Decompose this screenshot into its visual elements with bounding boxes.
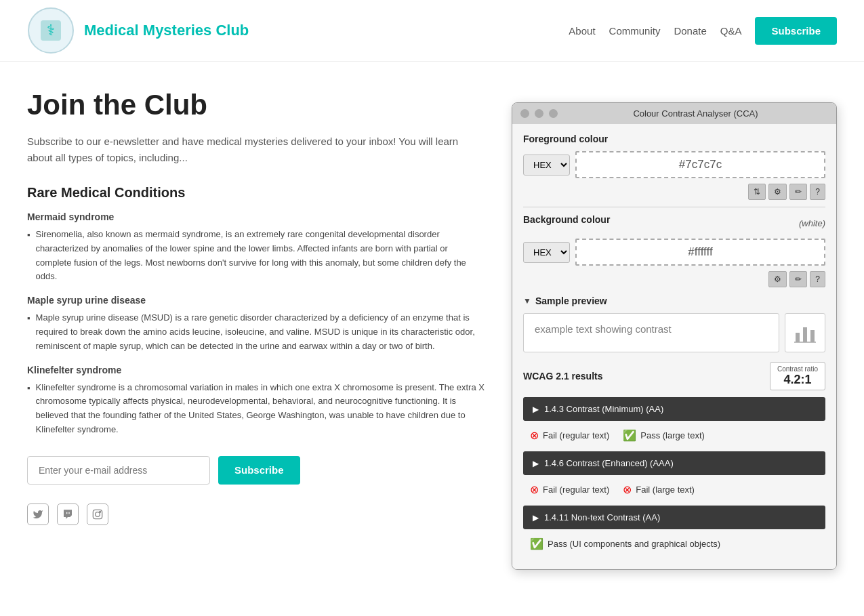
- condition-title-1: Maple syrup urine disease: [27, 295, 485, 306]
- nav-about[interactable]: About: [569, 25, 595, 37]
- svg-rect-6: [796, 333, 800, 342]
- email-form: Subscribe: [27, 456, 485, 485]
- nav-qa[interactable]: Q&A: [720, 25, 742, 37]
- contrast-ratio-title: Contrast ratio: [777, 365, 818, 373]
- svg-point-4: [96, 512, 100, 516]
- wcag-label: WCAG 2.1 results: [523, 371, 602, 382]
- form-subscribe-button[interactable]: Subscribe: [218, 456, 300, 485]
- instagram-icon[interactable]: [87, 504, 108, 525]
- fail-icon-146-0: ⊗: [530, 483, 539, 496]
- wcag-result-146-1: ⊗ Fail (large text): [623, 483, 695, 496]
- wcag-result-146-0: ⊗ Fail (regular text): [530, 483, 609, 496]
- cca-panel: Colour Contrast Analyser (CCA) Foregroun…: [512, 102, 837, 570]
- wcag-result-row-146: ⊗ Fail (regular text) ⊗ Fail (large text…: [523, 479, 825, 503]
- list-item: Klinefelter syndrome is a chromosomal va…: [27, 381, 485, 437]
- background-value-input[interactable]: [575, 239, 825, 266]
- wcag-result-text-143-1: Pass (large text): [640, 430, 705, 440]
- background-tool-sliders[interactable]: ⚙: [768, 271, 787, 287]
- foreground-format-select[interactable]: HEX: [523, 155, 570, 176]
- list-item: Maple syrup urine disease (MSUD) is a ra…: [27, 311, 485, 353]
- cca-dot-green: [549, 109, 558, 118]
- fail-icon-146-1: ⊗: [623, 483, 632, 496]
- site-title[interactable]: Medical Mysteries Club: [84, 22, 249, 39]
- contrast-ratio-value: 4.2:1: [777, 373, 818, 387]
- section-title: Rare Medical Conditions: [27, 185, 485, 201]
- wcag-play-icon-146: ▶: [533, 459, 539, 468]
- cca-divider-1: [523, 207, 825, 207]
- foreground-tool-help[interactable]: ?: [810, 184, 825, 200]
- wcag-item-1411[interactable]: ▶ 1.4.11 Non-text Contrast (AA): [523, 506, 825, 529]
- intro-text: Subscribe to our e-newsletter and have m…: [27, 134, 485, 166]
- svg-rect-7: [803, 327, 807, 342]
- cca-dot-red: [520, 109, 529, 118]
- fail-icon: ⊗: [530, 429, 539, 442]
- cca-dot-yellow: [535, 109, 543, 118]
- wcag-result-text-146-1: Fail (large text): [636, 485, 695, 495]
- page-title: Join the Club: [27, 89, 485, 121]
- sample-preview-label: Sample preview: [535, 295, 607, 306]
- wcag-play-icon-1411: ▶: [533, 513, 539, 522]
- condition-list-1: Maple syrup urine disease (MSUD) is a ra…: [27, 311, 485, 353]
- wcag-result-row-1411: ✅ Pass (UI components and graphical obje…: [523, 533, 825, 557]
- pass-icon-1411: ✅: [530, 537, 543, 550]
- cca-title: Colour Contrast Analyser (CCA): [563, 108, 828, 119]
- site-header: ⚕ Medical Mysteries Club About Community…: [0, 0, 864, 62]
- condition-title-0: Mermaid syndrome: [27, 211, 485, 222]
- background-tool-picker[interactable]: ✏: [789, 271, 807, 287]
- background-white-note: (white): [799, 218, 825, 228]
- wcag-result-text-1411-0: Pass (UI components and graphical object…: [548, 539, 720, 549]
- cca-titlebar: Colour Contrast Analyser (CCA): [512, 103, 836, 124]
- main-nav: About Community Donate Q&A Subscribe: [569, 17, 837, 45]
- foreground-row: HEX: [523, 151, 825, 178]
- wcag-result-text-143-0: Fail (regular text): [543, 430, 609, 440]
- header-subscribe-button[interactable]: Subscribe: [755, 17, 837, 45]
- condition-list-0: Sirenomelia, also known as mermaid syndr…: [27, 228, 485, 284]
- main-container: Join the Club Subscribe to our e-newslet…: [0, 62, 864, 597]
- foreground-tool-sliders[interactable]: ⚙: [768, 184, 787, 200]
- wcag-result-1411-0: ✅ Pass (UI components and graphical obje…: [530, 537, 720, 550]
- pass-icon: ✅: [623, 429, 636, 442]
- header-left: ⚕ Medical Mysteries Club: [27, 7, 249, 54]
- contrast-ratio-box: Contrast ratio 4.2:1: [770, 362, 825, 390]
- chart-svg: [793, 321, 817, 345]
- wcag-result-143-0: ⊗ Fail (regular text): [530, 429, 609, 442]
- nav-community[interactable]: Community: [609, 25, 661, 37]
- foreground-tools: ⇅ ⚙ ✏ ?: [523, 184, 825, 200]
- background-header: Background colour (white): [523, 214, 825, 232]
- foreground-tool-picker[interactable]: ✏: [789, 184, 807, 200]
- wcag-play-icon-143: ▶: [533, 405, 539, 414]
- sample-triangle-icon: ▼: [523, 296, 531, 306]
- wcag-item-label-1411: 1.4.11 Non-text Contrast (AA): [544, 512, 660, 522]
- wcag-item-146[interactable]: ▶ 1.4.6 Contrast (Enhanced) (AAA): [523, 451, 825, 475]
- wcag-item-143[interactable]: ▶ 1.4.3 Contrast (Minimum) (AA): [523, 397, 825, 421]
- wcag-item-label-143: 1.4.3 Contrast (Minimum) (AA): [544, 404, 663, 414]
- foreground-tool-swap[interactable]: ⇅: [748, 184, 766, 200]
- social-icons: [27, 504, 485, 525]
- list-item: Sirenomelia, also known as mermaid syndr…: [27, 228, 485, 284]
- svg-rect-8: [810, 330, 815, 342]
- twitter-icon[interactable]: [27, 504, 49, 525]
- condition-list-2: Klinefelter syndrome is a chromosomal va…: [27, 381, 485, 437]
- foreground-value-input[interactable]: [575, 151, 825, 178]
- nav-donate[interactable]: Donate: [674, 25, 706, 37]
- sample-preview-header: ▼ Sample preview: [523, 295, 825, 306]
- site-logo: ⚕: [27, 7, 75, 54]
- sample-preview-row: example text showing contrast: [523, 313, 825, 352]
- article-content: Join the Club Subscribe to our e-newslet…: [27, 89, 485, 570]
- condition-title-2: Klinefelter syndrome: [27, 365, 485, 375]
- wcag-header: WCAG 2.1 results Contrast ratio 4.2:1: [523, 362, 825, 390]
- wcag-result-row-143: ⊗ Fail (regular text) ✅ Pass (large text…: [523, 425, 825, 449]
- svg-point-5: [100, 511, 101, 512]
- foreground-label: Foreground colour: [523, 134, 825, 144]
- background-tool-help[interactable]: ?: [810, 271, 825, 287]
- cca-body: Foreground colour HEX ⇅ ⚙ ✏ ? Background…: [512, 124, 836, 569]
- sample-text-box: example text showing contrast: [523, 313, 779, 352]
- background-tools: ⚙ ✏ ?: [523, 271, 825, 287]
- sample-chart-icon[interactable]: [785, 313, 825, 352]
- background-row: HEX: [523, 239, 825, 266]
- background-format-select[interactable]: HEX: [523, 242, 570, 263]
- twitch-icon[interactable]: [57, 504, 79, 525]
- wcag-result-143-1: ✅ Pass (large text): [623, 429, 705, 442]
- email-input[interactable]: [27, 456, 210, 485]
- wcag-result-text-146-0: Fail (regular text): [543, 485, 609, 495]
